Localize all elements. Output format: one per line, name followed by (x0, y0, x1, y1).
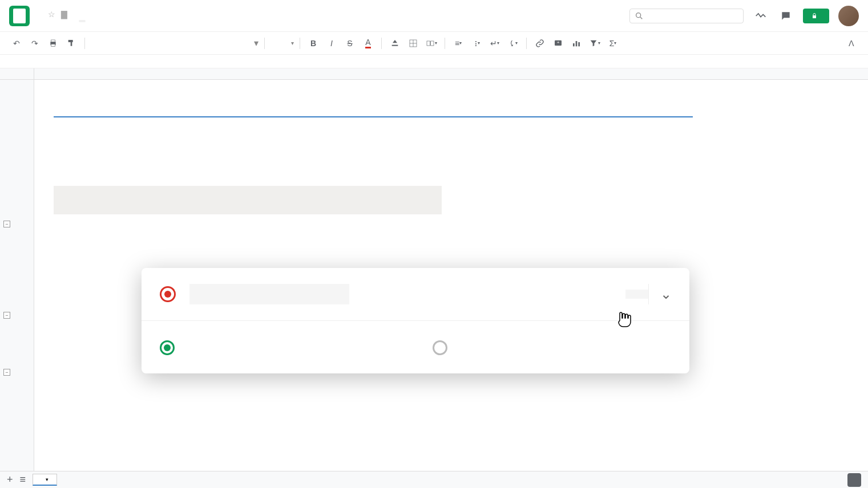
formula-bar (0, 55, 868, 68)
all-sheets-button[interactable]: ≡ (20, 474, 26, 486)
svg-rect-6 (68, 40, 73, 42)
fill-color-button[interactable] (387, 36, 402, 51)
lock-icon (811, 13, 818, 19)
svg-rect-13 (431, 41, 434, 46)
insert-link-button[interactable] (532, 36, 547, 51)
menu-insert[interactable] (46, 20, 53, 22)
svg-rect-17 (576, 41, 578, 46)
horizontal-align-button[interactable]: ≡▾ (451, 36, 466, 51)
borders-button[interactable] (406, 36, 421, 51)
macro-name-input[interactable] (189, 284, 349, 304)
text-color-button[interactable]: A (361, 36, 376, 51)
text-rotation-button[interactable]: ⤹▾ (506, 36, 520, 51)
svg-rect-16 (573, 43, 575, 46)
radio-absolute[interactable] (160, 340, 175, 355)
svg-rect-7 (71, 42, 72, 46)
share-button[interactable] (803, 9, 829, 23)
filter-button[interactable]: ▾ (587, 36, 602, 51)
title-underline (54, 116, 693, 117)
doc-title[interactable] (37, 13, 43, 15)
radio-relative[interactable] (433, 340, 447, 355)
collapse-modal-button[interactable]: ⌄ (648, 284, 671, 304)
print-button[interactable] (46, 36, 60, 51)
row-headers (0, 80, 34, 471)
gantt-title (54, 93, 58, 96)
svg-point-0 (636, 13, 641, 17)
sheet-tab[interactable]: ▾ (33, 474, 57, 486)
macro-recorder-modal: ⌄ (142, 268, 689, 373)
svg-line-1 (640, 17, 642, 19)
column-headers (0, 68, 868, 80)
svg-rect-12 (427, 41, 430, 46)
header-right (629, 6, 859, 26)
menu-bar (37, 20, 86, 22)
bold-button[interactable]: B (306, 36, 321, 51)
svg-rect-4 (51, 40, 55, 42)
row-group-toggle[interactable]: − (3, 221, 10, 227)
menu-addons-help[interactable] (64, 20, 71, 22)
doc-title-area: ☆ ▇ (37, 10, 86, 22)
save-button[interactable] (625, 290, 648, 299)
last-edit-info[interactable] (79, 20, 86, 22)
strikethrough-button[interactable]: S (342, 36, 357, 51)
comments-icon[interactable] (778, 8, 794, 24)
vertical-align-button[interactable]: ⫶▾ (469, 36, 484, 51)
modal-body (142, 321, 689, 373)
svg-rect-5 (51, 44, 55, 46)
explore-button[interactable] (847, 473, 861, 487)
paint-format-button[interactable] (64, 36, 79, 51)
gantt-table-header (54, 186, 442, 214)
insert-comment-button[interactable]: + (551, 36, 566, 51)
svg-rect-2 (813, 15, 816, 18)
sheets-logo-icon (9, 6, 30, 26)
search-icon (635, 11, 644, 21)
svg-text:+: + (557, 40, 560, 45)
folder-icon[interactable]: ▇ (61, 10, 67, 19)
merge-cells-button[interactable]: ▾ (424, 36, 439, 51)
explore-search-box[interactable] (629, 9, 744, 23)
add-sheet-button[interactable]: + (7, 474, 13, 486)
row-group-toggle[interactable]: − (3, 312, 10, 319)
text-wrap-button[interactable]: ↵▾ (487, 36, 502, 51)
undo-button[interactable]: ↶ (9, 36, 24, 51)
recording-icon (160, 286, 176, 302)
italic-button[interactable]: I (324, 36, 339, 51)
modal-header: ⌄ (142, 268, 689, 321)
toolbar: ↶ ↷ ▾ ▾ B I S A ▾ ≡▾ ⫶▾ ↵▾ ⤹▾ + ▾ Σ▾ ᐱ (0, 32, 868, 55)
zoom-format-combo[interactable] (91, 38, 251, 48)
svg-rect-18 (578, 42, 580, 46)
sheet-tab-menu-icon[interactable]: ▾ (46, 477, 49, 482)
user-avatar[interactable] (838, 6, 859, 26)
menu-view-history[interactable] (37, 20, 43, 22)
row-group-toggle[interactable]: − (3, 369, 10, 376)
activity-icon[interactable] (753, 8, 769, 24)
redo-button[interactable]: ↷ (27, 36, 42, 51)
insert-chart-button[interactable] (569, 36, 584, 51)
relative-refs-option[interactable] (433, 339, 671, 355)
star-icon[interactable]: ☆ (48, 10, 55, 19)
functions-button[interactable]: Σ▾ (605, 36, 620, 51)
sheet-tabs-bar: + ≡ ▾ (0, 471, 868, 488)
collapse-toolbar-button[interactable]: ᐱ (844, 36, 859, 51)
svg-rect-8 (392, 44, 398, 46)
menu-format-tools[interactable] (55, 20, 62, 22)
app-header: ☆ ▇ (0, 0, 868, 32)
absolute-refs-option[interactable] (160, 339, 398, 355)
